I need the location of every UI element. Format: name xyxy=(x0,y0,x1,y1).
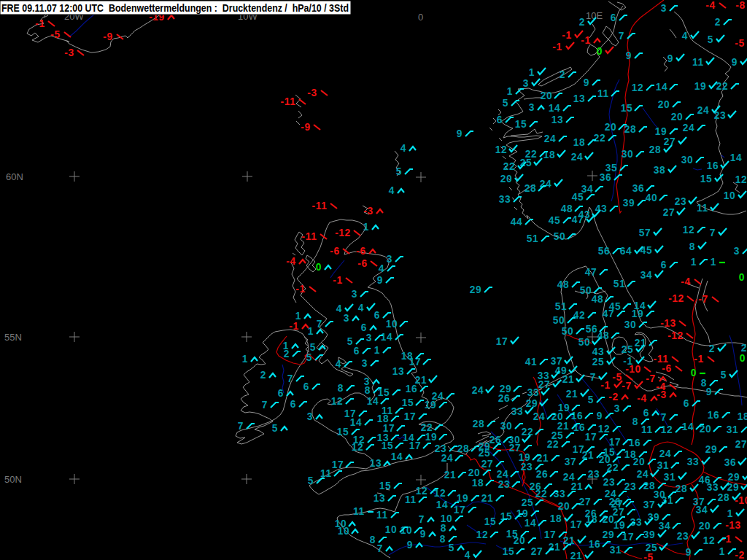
svg-text:17: 17 xyxy=(409,440,422,451)
svg-text:20: 20 xyxy=(468,467,481,478)
svg-text:6: 6 xyxy=(611,12,616,23)
svg-text:6: 6 xyxy=(290,399,296,410)
svg-text:19: 19 xyxy=(632,308,644,319)
svg-text:-3: -3 xyxy=(363,206,373,217)
svg-text:17: 17 xyxy=(332,459,344,470)
svg-text:-7: -7 xyxy=(698,294,708,305)
svg-text:-5: -5 xyxy=(612,372,622,383)
svg-text:18: 18 xyxy=(573,137,586,148)
svg-text:30: 30 xyxy=(622,149,634,160)
svg-text:24: 24 xyxy=(497,469,509,480)
svg-text:23: 23 xyxy=(675,196,687,207)
svg-text:10: 10 xyxy=(385,524,398,535)
svg-text:23: 23 xyxy=(677,531,689,542)
svg-text:-5: -5 xyxy=(735,38,744,49)
svg-text:30: 30 xyxy=(681,155,694,166)
svg-text:45: 45 xyxy=(572,192,584,203)
svg-text:16: 16 xyxy=(707,160,719,171)
svg-text:18: 18 xyxy=(472,478,484,489)
svg-text:4: 4 xyxy=(379,263,384,274)
svg-text:20: 20 xyxy=(671,112,684,122)
svg-text:36: 36 xyxy=(632,183,645,194)
svg-text:50: 50 xyxy=(554,231,566,242)
svg-text:1: 1 xyxy=(727,508,733,519)
svg-text:22: 22 xyxy=(547,439,560,450)
svg-text:23: 23 xyxy=(714,110,727,121)
svg-text:34: 34 xyxy=(659,521,671,532)
svg-text:16: 16 xyxy=(589,539,601,550)
svg-text:6: 6 xyxy=(684,398,689,409)
svg-text:22: 22 xyxy=(522,427,534,438)
svg-text:8: 8 xyxy=(338,383,344,394)
svg-text:19: 19 xyxy=(614,520,626,531)
svg-text:47: 47 xyxy=(585,267,597,278)
svg-text:34: 34 xyxy=(640,270,653,281)
svg-text:0: 0 xyxy=(316,262,322,273)
svg-text:-1: -1 xyxy=(600,380,610,391)
svg-text:3: 3 xyxy=(734,246,740,257)
svg-text:18: 18 xyxy=(586,514,598,525)
svg-text:10: 10 xyxy=(386,319,398,330)
svg-text:27: 27 xyxy=(664,136,676,147)
svg-text:1: 1 xyxy=(719,546,725,557)
svg-text:-6: -6 xyxy=(330,246,339,257)
svg-text:26: 26 xyxy=(536,469,549,480)
svg-text:24: 24 xyxy=(697,105,710,116)
svg-text:11: 11 xyxy=(692,57,704,68)
svg-text:-2: -2 xyxy=(608,392,618,402)
svg-text:4: 4 xyxy=(389,185,395,196)
svg-text:28: 28 xyxy=(676,483,688,494)
svg-text:15: 15 xyxy=(700,174,713,184)
svg-text:12: 12 xyxy=(416,486,428,497)
svg-text:41: 41 xyxy=(525,357,538,368)
svg-text:29: 29 xyxy=(728,472,740,483)
svg-text:57: 57 xyxy=(639,228,651,238)
svg-text:-13: -13 xyxy=(660,318,676,329)
svg-text:29: 29 xyxy=(470,284,482,295)
svg-text:17: 17 xyxy=(585,432,597,443)
svg-text:13: 13 xyxy=(370,458,382,469)
svg-text:13: 13 xyxy=(573,93,586,104)
svg-text:5: 5 xyxy=(708,34,713,45)
svg-text:14: 14 xyxy=(656,82,668,93)
svg-text:44: 44 xyxy=(511,217,523,228)
svg-text:19: 19 xyxy=(694,81,707,92)
svg-text:24: 24 xyxy=(637,469,649,480)
svg-text:5: 5 xyxy=(306,352,312,363)
svg-text:27: 27 xyxy=(579,497,592,508)
svg-text:-1: -1 xyxy=(562,30,571,41)
svg-text:17: 17 xyxy=(404,411,417,422)
svg-text:38: 38 xyxy=(654,165,666,176)
svg-text:28: 28 xyxy=(649,144,662,155)
svg-text:-4: -4 xyxy=(637,393,646,404)
svg-text:-10: -10 xyxy=(625,364,641,375)
svg-text:-3: -3 xyxy=(64,47,74,58)
svg-text:0: 0 xyxy=(739,272,745,283)
svg-text:12: 12 xyxy=(683,225,695,236)
svg-text:6: 6 xyxy=(361,322,367,333)
svg-text:-1: -1 xyxy=(35,18,44,29)
svg-text:2: 2 xyxy=(741,343,747,354)
svg-text:16: 16 xyxy=(571,411,584,421)
svg-text:15: 15 xyxy=(382,440,394,451)
svg-text:50: 50 xyxy=(562,326,574,337)
svg-text:22: 22 xyxy=(716,81,729,92)
svg-text:0: 0 xyxy=(740,353,746,364)
svg-text:26: 26 xyxy=(498,393,511,404)
svg-text:15: 15 xyxy=(621,103,633,114)
svg-text:51: 51 xyxy=(555,301,568,312)
svg-text:6: 6 xyxy=(278,388,284,399)
svg-text:31: 31 xyxy=(610,545,622,556)
svg-text:1: 1 xyxy=(711,257,716,268)
svg-text:31: 31 xyxy=(657,460,670,471)
svg-text:9: 9 xyxy=(407,540,413,551)
svg-text:24: 24 xyxy=(683,122,695,133)
svg-text:11: 11 xyxy=(376,510,388,521)
svg-text:21: 21 xyxy=(549,542,561,553)
svg-text:2: 2 xyxy=(579,17,585,28)
svg-text:21: 21 xyxy=(635,338,647,349)
svg-text:7: 7 xyxy=(317,319,322,330)
svg-text:23: 23 xyxy=(603,477,616,488)
svg-text:20: 20 xyxy=(500,174,513,184)
svg-text:51: 51 xyxy=(614,279,626,289)
